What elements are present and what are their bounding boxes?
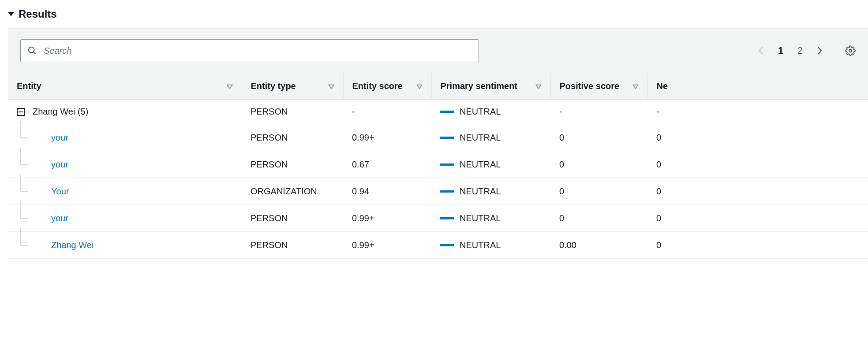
entity-type-cell: PERSON bbox=[242, 205, 343, 232]
sentiment-bar-icon bbox=[440, 163, 454, 166]
sentiment-bar-icon bbox=[440, 111, 454, 113]
section-title: Results bbox=[19, 8, 57, 20]
entity-group-name: Zhang Wei (5) bbox=[33, 107, 88, 117]
column-label: Entity type bbox=[251, 81, 296, 91]
positive-score-cell: 0 bbox=[550, 124, 647, 151]
svg-point-2 bbox=[849, 49, 852, 52]
column-label: Entity bbox=[17, 81, 41, 91]
table-group-row: Zhang Wei (5) PERSON - NEUTRAL - - bbox=[8, 100, 868, 124]
caret-down-icon bbox=[8, 12, 14, 16]
gear-icon[interactable] bbox=[845, 45, 856, 56]
tree-branch-icon bbox=[20, 239, 43, 251]
search-icon bbox=[27, 46, 37, 56]
sentiment-cell: NEUTRAL bbox=[440, 213, 542, 223]
svg-line-1 bbox=[34, 52, 36, 54]
sentiment-cell: NEUTRAL bbox=[440, 240, 542, 250]
column-label: Entity score bbox=[352, 81, 403, 91]
svg-marker-5 bbox=[417, 85, 422, 88]
ne-cell: 0 bbox=[647, 205, 868, 232]
table-row: your PERSON 0.99+ NEUTRAL 0 0 bbox=[8, 124, 868, 151]
entity-link[interactable]: your bbox=[51, 133, 68, 143]
column-header-entity[interactable]: Entity bbox=[8, 73, 242, 100]
results-toolbar: 1 2 bbox=[8, 28, 868, 73]
ne-cell: 0 bbox=[647, 151, 868, 178]
entity-link[interactable]: Your bbox=[51, 186, 69, 197]
minus-icon bbox=[19, 111, 23, 112]
positive-score-cell: - bbox=[550, 100, 647, 124]
chevron-right-icon bbox=[816, 46, 823, 56]
ne-cell: 0 bbox=[647, 178, 868, 205]
column-header-entity-type[interactable]: Entity type bbox=[242, 73, 343, 100]
column-header-entity-score[interactable]: Entity score bbox=[343, 73, 431, 100]
sentiment-label: NEUTRAL bbox=[460, 186, 501, 197]
entity-type-cell: ORGANIZATION bbox=[242, 178, 343, 205]
svg-marker-3 bbox=[227, 85, 232, 88]
page-prev-button[interactable] bbox=[754, 43, 769, 58]
sort-icon bbox=[328, 83, 334, 89]
sort-icon bbox=[535, 83, 542, 89]
collapse-toggle[interactable] bbox=[17, 108, 25, 116]
toolbar-divider bbox=[836, 43, 836, 58]
tree-branch-icon bbox=[20, 212, 43, 224]
sort-icon bbox=[632, 83, 639, 89]
positive-score-cell: 0 bbox=[550, 205, 647, 232]
ne-cell: 0 bbox=[647, 232, 868, 259]
column-label: Primary sentiment bbox=[441, 81, 518, 91]
ne-cell: - bbox=[647, 100, 868, 124]
entity-score-cell: 0.99+ bbox=[343, 124, 431, 151]
positive-score-cell: 0 bbox=[550, 151, 647, 178]
sentiment-label: NEUTRAL bbox=[460, 160, 501, 170]
results-table: Entity Entity type Entity score bbox=[8, 73, 868, 259]
sentiment-label: NEUTRAL bbox=[460, 213, 501, 223]
entity-link[interactable]: Zhang Wei bbox=[51, 240, 94, 250]
entity-type-cell: PERSON bbox=[242, 151, 343, 178]
sentiment-label: NEUTRAL bbox=[460, 107, 501, 117]
entity-score-cell: 0.94 bbox=[343, 178, 431, 205]
positive-score-cell: 0.00 bbox=[550, 232, 647, 259]
svg-marker-6 bbox=[536, 85, 541, 88]
page-number-2[interactable]: 2 bbox=[793, 43, 808, 58]
page-number-1[interactable]: 1 bbox=[773, 43, 788, 58]
sentiment-bar-icon bbox=[440, 190, 454, 193]
entity-type-cell: PERSON bbox=[242, 124, 343, 151]
entity-link[interactable]: your bbox=[51, 160, 68, 170]
sentiment-cell: NEUTRAL bbox=[440, 133, 542, 143]
sort-icon bbox=[227, 83, 233, 89]
column-header-positive-score[interactable]: Positive score bbox=[550, 73, 647, 100]
page-next-button[interactable] bbox=[812, 43, 827, 58]
positive-score-cell: 0 bbox=[550, 178, 647, 205]
entity-link[interactable]: your bbox=[51, 213, 68, 223]
svg-marker-4 bbox=[329, 85, 334, 88]
table-row: Zhang Wei PERSON 0.99+ NEUTRAL 0.00 0 bbox=[8, 232, 868, 259]
column-label: Positive score bbox=[560, 81, 620, 91]
sentiment-cell: NEUTRAL bbox=[440, 107, 542, 117]
entity-score-cell: 0.99+ bbox=[343, 232, 431, 259]
sentiment-bar-icon bbox=[440, 137, 454, 139]
entity-type-cell: PERSON bbox=[242, 232, 343, 259]
table-row: your PERSON 0.67 NEUTRAL 0 0 bbox=[8, 151, 868, 178]
sentiment-cell: NEUTRAL bbox=[440, 160, 542, 170]
entity-score-cell: 0.67 bbox=[343, 151, 431, 178]
results-section-header[interactable]: Results bbox=[8, 8, 868, 28]
tree-branch-icon bbox=[20, 131, 43, 144]
svg-point-0 bbox=[29, 47, 34, 53]
entity-score-cell: 0.99+ bbox=[343, 205, 431, 232]
entity-type-cell: PERSON bbox=[242, 100, 343, 124]
search-input[interactable] bbox=[20, 39, 479, 62]
column-header-ne[interactable]: Ne bbox=[647, 73, 868, 100]
tree-branch-icon bbox=[20, 185, 43, 197]
column-header-primary-sentiment[interactable]: Primary sentiment bbox=[431, 73, 550, 100]
column-label: Ne bbox=[657, 81, 668, 91]
ne-cell: 0 bbox=[647, 124, 868, 151]
sentiment-label: NEUTRAL bbox=[460, 240, 501, 250]
chevron-left-icon bbox=[758, 46, 764, 56]
sentiment-label: NEUTRAL bbox=[460, 133, 501, 143]
sentiment-bar-icon bbox=[440, 244, 454, 246]
entity-score-cell: - bbox=[343, 100, 431, 124]
sentiment-bar-icon bbox=[440, 217, 454, 219]
table-row: your PERSON 0.99+ NEUTRAL 0 0 bbox=[8, 205, 868, 232]
sentiment-cell: NEUTRAL bbox=[440, 186, 542, 197]
sort-icon bbox=[416, 83, 423, 89]
tree-branch-icon bbox=[20, 158, 43, 171]
search-wrapper bbox=[20, 39, 479, 62]
